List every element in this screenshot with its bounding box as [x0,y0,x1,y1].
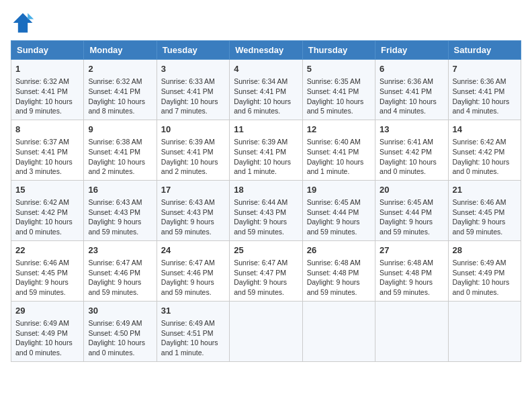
svg-marker-1 [28,13,34,19]
day-info-line: Sunset: 4:50 PM [88,328,152,338]
calendar-table: SundayMondayTuesdayWednesdayThursdayFrid… [11,40,521,362]
day-info-line: Sunset: 4:41 PM [453,87,517,97]
day-info-line: Daylight: 10 hours [15,338,79,348]
day-info-line: Sunset: 4:41 PM [15,147,79,157]
day-info-line: Sunrise: 6:33 AM [161,77,225,87]
calendar-cell: 3Sunrise: 6:33 AMSunset: 4:41 PMDaylight… [157,60,229,120]
day-info-line: Sunrise: 6:36 AM [453,77,517,87]
day-info-line: Sunset: 4:49 PM [453,268,517,278]
day-info-line: Sunset: 4:41 PM [88,87,152,97]
day-info-line: Sunrise: 6:47 AM [161,258,225,268]
day-info-line: Sunrise: 6:42 AM [453,137,517,147]
column-header-thursday: Thursday [302,41,375,60]
calendar-cell: 2Sunrise: 6:32 AMSunset: 4:41 PMDaylight… [84,60,157,120]
calendar-cell: 31Sunrise: 6:49 AMSunset: 4:51 PMDayligh… [157,301,229,361]
day-info-line: and 2 minutes. [161,167,225,177]
column-header-sunday: Sunday [11,41,84,60]
day-number: 15 [15,184,79,196]
day-info-line: and 0 minutes. [453,287,517,298]
day-info-line: Sunset: 4:43 PM [88,208,152,218]
day-info-line: Daylight: 9 hours [380,217,443,227]
day-info-line: and 59 minutes. [380,227,443,237]
day-number: 9 [88,124,152,136]
day-info-line: Sunrise: 6:46 AM [453,197,517,208]
day-info-line: Sunrise: 6:42 AM [15,197,79,208]
day-info-line: Sunset: 4:43 PM [234,208,298,218]
day-info-line: and 59 minutes. [307,227,371,237]
day-number: 25 [234,244,298,257]
day-info-line: Daylight: 9 hours [234,277,298,287]
day-info-line: and 1 minute. [307,167,371,177]
day-info-line: and 8 minutes. [88,106,152,116]
day-info-line: and 1 minute. [161,348,225,358]
day-info-line: Sunrise: 6:35 AM [307,77,371,87]
day-info-line: Daylight: 10 hours [453,277,517,287]
day-info-line: Sunrise: 6:44 AM [234,197,298,208]
day-number: 31 [161,305,225,317]
day-info-line: Daylight: 10 hours [234,157,298,167]
day-info-line: Daylight: 10 hours [161,338,225,348]
calendar-cell: 8Sunrise: 6:37 AMSunset: 4:41 PMDaylight… [11,120,84,180]
day-info-line: and 4 minutes. [453,106,517,116]
day-info-line: Sunrise: 6:45 AM [380,197,443,208]
day-info-line: Sunrise: 6:49 AM [453,258,517,268]
day-info-line: Daylight: 10 hours [380,97,443,107]
day-number: 3 [161,63,225,75]
day-info-line: Sunrise: 6:47 AM [88,258,152,268]
day-info-line: Sunrise: 6:41 AM [380,137,443,147]
day-number: 6 [380,63,443,75]
calendar-week-row: 22Sunrise: 6:46 AMSunset: 4:45 PMDayligh… [11,240,521,301]
day-info-line: Sunset: 4:41 PM [88,147,152,157]
day-info-line: Sunset: 4:42 PM [453,147,517,157]
day-info-line: Sunset: 4:51 PM [161,328,225,338]
column-header-monday: Monday [84,41,157,60]
calendar-cell: 13Sunrise: 6:41 AMSunset: 4:42 PMDayligh… [375,120,448,180]
calendar-cell: 7Sunrise: 6:36 AMSunset: 4:41 PMDaylight… [448,60,521,120]
day-info-line: and 0 minutes. [380,167,443,177]
day-info-line: Daylight: 10 hours [453,157,517,167]
day-info-line: Sunset: 4:41 PM [234,87,298,97]
day-number: 16 [88,184,152,196]
calendar-cell: 11Sunrise: 6:39 AMSunset: 4:41 PMDayligh… [230,120,302,180]
calendar-cell: 6Sunrise: 6:36 AMSunset: 4:41 PMDaylight… [375,60,448,120]
calendar-cell: 30Sunrise: 6:49 AMSunset: 4:50 PMDayligh… [84,301,157,361]
day-number: 7 [453,63,517,75]
day-number: 8 [15,124,79,136]
calendar-cell: 1Sunrise: 6:32 AMSunset: 4:41 PMDaylight… [11,60,84,120]
calendar-cell [302,301,375,361]
day-info-line: Sunset: 4:41 PM [307,147,371,157]
day-info-line: Sunrise: 6:48 AM [380,258,443,268]
day-info-line: Daylight: 10 hours [15,217,79,227]
day-info-line: and 59 minutes. [234,287,298,298]
day-info-line: Sunrise: 6:36 AM [380,77,443,87]
day-info-line: and 6 minutes. [234,106,298,116]
calendar-cell: 22Sunrise: 6:46 AMSunset: 4:45 PMDayligh… [11,240,84,301]
day-info-line: Sunrise: 6:48 AM [307,258,371,268]
day-info-line: Sunset: 4:49 PM [15,328,79,338]
day-info-line: Sunrise: 6:46 AM [15,258,79,268]
calendar-week-row: 15Sunrise: 6:42 AMSunset: 4:42 PMDayligh… [11,180,521,240]
calendar-cell [230,301,302,361]
day-info-line: Sunrise: 6:49 AM [15,318,79,328]
calendar-cell: 28Sunrise: 6:49 AMSunset: 4:49 PMDayligh… [448,240,521,301]
logo-icon [11,11,35,35]
calendar-cell: 12Sunrise: 6:40 AMSunset: 4:41 PMDayligh… [302,120,375,180]
day-info-line: and 1 minute. [234,167,298,177]
day-info-line: and 0 minutes. [15,227,79,237]
day-info-line: Daylight: 9 hours [15,277,79,287]
calendar-cell [448,301,521,361]
calendar-cell: 25Sunrise: 6:47 AMSunset: 4:47 PMDayligh… [230,240,302,301]
day-info-line: Daylight: 9 hours [453,217,517,227]
day-info-line: and 2 minutes. [88,167,152,177]
day-number: 30 [88,305,152,317]
day-number: 19 [307,184,371,196]
day-number: 13 [380,124,443,136]
calendar-week-row: 1Sunrise: 6:32 AMSunset: 4:41 PMDaylight… [11,60,521,120]
day-info-line: Sunset: 4:48 PM [380,268,443,278]
day-info-line: Sunrise: 6:40 AM [307,137,371,147]
calendar-cell: 24Sunrise: 6:47 AMSunset: 4:46 PMDayligh… [157,240,229,301]
day-info-line: Daylight: 9 hours [234,217,298,227]
day-info-line: Sunset: 4:46 PM [161,268,225,278]
day-info-line: Sunrise: 6:43 AM [161,197,225,208]
day-info-line: and 3 minutes. [15,167,79,177]
